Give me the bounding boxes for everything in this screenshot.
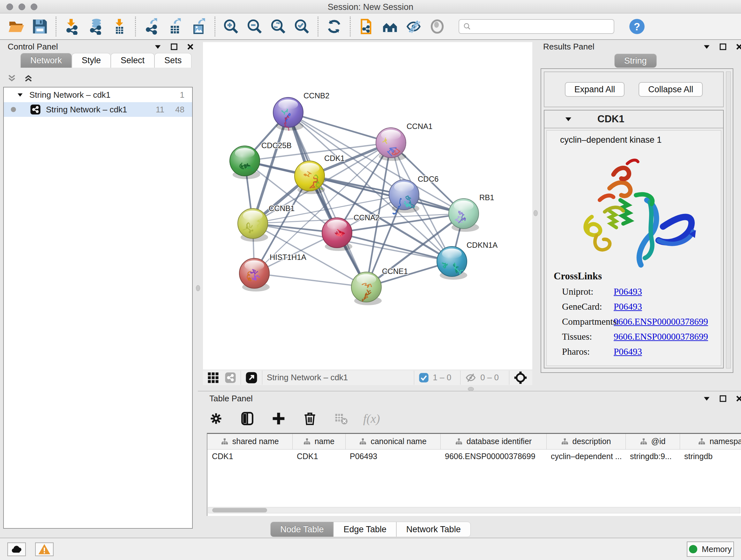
- cell-description[interactable]: cyclin–dependent ...: [546, 449, 625, 463]
- cloud-button[interactable]: [7, 543, 26, 556]
- pharos-link[interactable]: P06493: [614, 347, 642, 357]
- gene-header[interactable]: CDK1: [544, 111, 723, 128]
- collection-expander-icon[interactable]: [17, 91, 23, 98]
- network-canvas[interactable]: CCNB2CCNA1CDC25BCDK1CDC6RB1CCNB1CCNA2CDK…: [203, 42, 532, 370]
- tab-network-table[interactable]: Network Table: [396, 522, 471, 537]
- selected-checkbox-icon[interactable]: [419, 373, 429, 383]
- cell-database-identifier[interactable]: 9606.ENSP00000378699: [441, 449, 546, 463]
- col-description[interactable]: description: [546, 434, 625, 449]
- table-settings-button[interactable]: [207, 409, 225, 428]
- zoom-out-button[interactable]: [243, 15, 266, 38]
- export-image-button[interactable]: [187, 15, 211, 38]
- results-scrollbar[interactable]: [726, 71, 731, 368]
- col-id[interactable]: @id: [625, 434, 680, 449]
- panel-float-icon[interactable]: [719, 43, 727, 51]
- delete-column-button[interactable]: [300, 409, 319, 428]
- panel-close-icon[interactable]: [735, 395, 741, 402]
- right-splitter-handle[interactable]: [534, 210, 538, 216]
- table-header-row: shared name name canonical name database…: [207, 434, 741, 449]
- uniprot-link[interactable]: P06493: [614, 287, 642, 297]
- left-splitter-handle[interactable]: [196, 285, 200, 291]
- panel-menu-icon[interactable]: [703, 43, 711, 51]
- tab-style[interactable]: Style: [72, 53, 111, 68]
- col-shared-name[interactable]: shared name: [207, 434, 292, 449]
- network-node-rb1[interactable]: RB1: [449, 193, 494, 232]
- crosslink-row: Tissues: 9606.ENSP00000378699: [554, 331, 708, 342]
- tissues-link[interactable]: 9606.ENSP00000378699: [614, 331, 708, 342]
- string-home-button[interactable]: [378, 15, 402, 38]
- network-node-cdkn1a[interactable]: CDKN1A: [437, 241, 497, 280]
- zoom-selected-button[interactable]: [290, 15, 314, 38]
- network-node-hist1h1a[interactable]: HIST1H1A: [239, 253, 307, 292]
- cell-name[interactable]: CDK1: [292, 449, 345, 463]
- gene-expander-icon[interactable]: [564, 115, 572, 123]
- tab-edge-table[interactable]: Edge Table: [333, 522, 396, 537]
- network-node-ccnb2[interactable]: CCNB2: [273, 91, 329, 131]
- genecard-link[interactable]: P06493: [614, 301, 642, 312]
- collapse-all-button[interactable]: Collapse All: [638, 82, 703, 97]
- hide-graphics-details-button[interactable]: [402, 15, 425, 38]
- panel-float-icon[interactable]: [719, 395, 727, 402]
- refresh-button[interactable]: [322, 15, 346, 38]
- compartments-link[interactable]: 9606.ENSP00000378699: [614, 316, 708, 327]
- export-network-button[interactable]: [140, 15, 163, 38]
- col-canonical-name[interactable]: canonical name: [345, 434, 441, 449]
- help-button[interactable]: ?: [625, 15, 649, 38]
- import-network-database-button[interactable]: [84, 15, 108, 38]
- network-node-ccnb1[interactable]: CCNB1: [238, 204, 294, 242]
- import-table-file-button[interactable]: [108, 15, 131, 38]
- tab-sets[interactable]: Sets: [154, 53, 192, 68]
- statusbar-separator: [241, 371, 241, 385]
- add-column-button[interactable]: [269, 409, 288, 428]
- network-collection-row[interactable]: String Network – cdk1 1: [4, 87, 192, 102]
- col-database-identifier[interactable]: database identifier: [441, 434, 546, 449]
- search-input[interactable]: [474, 22, 610, 31]
- attribute-tree-icon: [698, 438, 705, 445]
- panel-float-icon[interactable]: [170, 43, 178, 51]
- table-row[interactable]: CDK1 CDK1 P06493 9606.ENSP00000378699 cy…: [207, 449, 741, 463]
- zoom-fit-button[interactable]: [266, 15, 290, 38]
- warnings-button[interactable]: [35, 543, 54, 556]
- open-session-button[interactable]: [4, 15, 28, 38]
- tab-string[interactable]: String: [614, 54, 657, 68]
- crosshair-icon[interactable]: [514, 371, 527, 384]
- plus-icon: [272, 412, 286, 426]
- zoom-in-button[interactable]: [219, 15, 243, 38]
- panel-close-icon[interactable]: [735, 43, 741, 51]
- crosslink-label: Tissues:: [554, 331, 614, 342]
- grid-view-icon[interactable]: [207, 372, 219, 383]
- tab-select[interactable]: Select: [111, 53, 154, 68]
- network-node-ccna1[interactable]: CCNA1: [376, 122, 432, 161]
- import-network-file-button[interactable]: [60, 15, 84, 38]
- cell-id[interactable]: stringdb:9...: [625, 449, 680, 463]
- export-table-button[interactable]: [163, 15, 187, 38]
- string-network-graph[interactable]: CCNB2CCNA1CDC25BCDK1CDC6RB1CCNB1CCNA2CDK…: [203, 42, 532, 370]
- expand-all-icon[interactable]: [23, 73, 33, 83]
- tab-node-table[interactable]: Node Table: [270, 522, 333, 537]
- col-namespace[interactable]: namespace: [680, 434, 741, 449]
- left-splitter[interactable]: [193, 40, 199, 391]
- hidden-eye-icon[interactable]: [465, 372, 476, 383]
- collapse-all-icon[interactable]: [7, 73, 17, 83]
- table-scrollbar-thumb[interactable]: [212, 508, 267, 512]
- tab-network[interactable]: Network: [20, 53, 72, 68]
- memory-button[interactable]: Memory: [687, 542, 734, 557]
- cell-shared-name[interactable]: CDK1: [207, 449, 292, 463]
- save-session-button[interactable]: [28, 15, 52, 38]
- birdseye-launch-icon[interactable]: [246, 372, 258, 384]
- panel-menu-icon[interactable]: [703, 395, 711, 402]
- cell-canonical-name[interactable]: P06493: [345, 449, 441, 463]
- table-horizontal-scrollbar[interactable]: [208, 507, 740, 513]
- manage-apps-button[interactable]: [354, 15, 378, 38]
- cell-namespace[interactable]: stringdb: [680, 449, 741, 463]
- expand-all-button[interactable]: Expand All: [565, 82, 625, 97]
- results-panel-title-text: Results Panel: [543, 42, 594, 52]
- col-name[interactable]: name: [292, 434, 345, 449]
- network-row-selected[interactable]: String Network – cdk1 11 48: [4, 102, 192, 117]
- show-graphics-details-button[interactable]: [425, 15, 449, 38]
- network-share-badge-icon[interactable]: [225, 372, 236, 383]
- show-columns-button[interactable]: [238, 409, 257, 428]
- panel-menu-icon[interactable]: [154, 43, 162, 51]
- control-panel-tabs: Network Style Select Sets: [20, 53, 192, 68]
- control-panel-title-text: Control Panel: [8, 42, 58, 52]
